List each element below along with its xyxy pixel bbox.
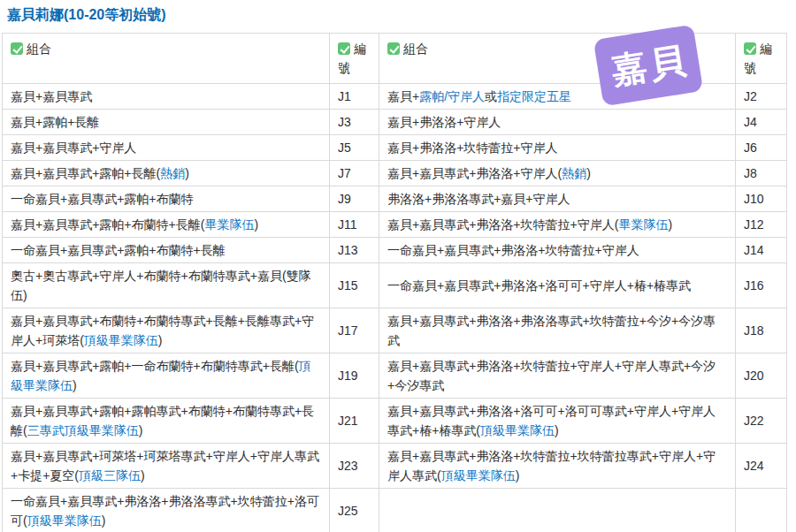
cell-text: 一命嘉貝+嘉貝專武+露帕+布蘭特+長離 [11, 243, 226, 257]
cell-text: 嘉貝+ [387, 89, 419, 103]
code-cell: J21 [330, 399, 379, 444]
combo-cell: 嘉貝+嘉貝專武+露帕+露帕專武+布蘭特+布蘭特專武+長離(三專武頂級畢業隊伍) [3, 399, 330, 444]
link-text[interactable]: 頂級畢業隊伍 [480, 423, 555, 437]
combo-cell: 嘉貝+嘉貝專武+弗洛洛+坎特蕾拉+坎特蕾拉專武+守岸人+守岸人專武(頂級畢業隊伍… [379, 444, 736, 489]
link-text[interactable]: 畢業隊伍 [204, 217, 254, 232]
table-row: 一命嘉貝+嘉貝專武+露帕+布蘭特J9弗洛洛+弗洛洛專武+嘉貝+守岸人J10 [3, 186, 787, 212]
code-cell: J5 [330, 135, 379, 161]
combo-cell: 嘉貝+嘉貝專武+弗洛洛+坎特蕾拉+守岸人+守岸人專武+今汐+今汐專武 [379, 353, 736, 399]
cell-text: ) [555, 423, 559, 437]
code-cell: J25 [330, 489, 379, 532]
combo-cell: 嘉貝+嘉貝專武+弗洛洛+坎特蕾拉+守岸人(畢業隊伍) [379, 212, 736, 238]
table-row: 嘉貝+露帕+長離J3嘉貝+弗洛洛+守岸人J4 [3, 110, 787, 135]
cell-text: 嘉貝+嘉貝專武+弗洛洛+坎特蕾拉+守岸人( [387, 217, 618, 232]
table-body: 嘉貝+嘉貝專武J1嘉貝+露帕/守岸人或指定限定五星J2嘉貝+露帕+長離J3嘉貝+… [3, 84, 787, 532]
code-cell: J4 [736, 110, 787, 135]
link-text[interactable]: 露帕/守岸人 [419, 89, 485, 103]
cell-text: 嘉貝+嘉貝專武+弗洛洛+守岸人( [387, 166, 562, 180]
combo-cell: 嘉貝+露帕+長離 [3, 110, 330, 135]
table-row: 嘉貝+嘉貝專武+露帕+布蘭特+長離(畢業隊伍)J11嘉貝+嘉貝專武+弗洛洛+坎特… [3, 212, 787, 238]
cell-text: 嘉貝+弗洛洛+守岸人 [387, 115, 501, 129]
link-text[interactable]: 頂級畢業隊伍 [441, 468, 516, 483]
code-cell: J6 [736, 135, 787, 161]
code-cell: J2 [736, 84, 787, 110]
cell-text: 嘉貝+弗洛洛+坎特蕾拉+守岸人 [387, 141, 558, 155]
header-label: 組合 [27, 42, 51, 56]
checkbox-icon [744, 42, 756, 55]
checkbox-icon [387, 42, 400, 55]
cell-text: 一命嘉貝+嘉貝專武+弗洛洛+洛可可+守岸人+椿+椿專武 [387, 278, 691, 293]
table-row: 奧古+奧古專武+守岸人+布蘭特+布蘭特專武+嘉貝(雙隊伍)J15一命嘉貝+嘉貝專… [3, 263, 787, 308]
cell-text: ) [158, 333, 163, 347]
code-cell: J10 [736, 186, 787, 212]
code-cell: J13 [330, 238, 379, 263]
combo-cell: 嘉貝+嘉貝專武+弗洛洛+弗洛洛專武+坎特蕾拉+今汐+今汐專武 [379, 308, 736, 353]
combo-cell [379, 489, 736, 532]
code-cell: J19 [330, 353, 379, 399]
combo-cell: 一命嘉貝+嘉貝專武+露帕+布蘭特+長離 [3, 238, 330, 263]
cell-text: ) [139, 423, 143, 437]
combo-cell: 嘉貝+嘉貝專武+露帕+一命布蘭特+布蘭特專武+長離(頂級畢業隊伍) [3, 353, 330, 399]
cell-text: 嘉貝+嘉貝專武+珂萊塔+珂萊塔專武+守岸人+守岸人專武+卡提+夏空( [11, 449, 319, 483]
code-cell: J23 [330, 444, 379, 489]
page-title: 嘉貝莉娜(10-20等初始號) [7, 6, 796, 25]
link-text[interactable]: 三專武頂級畢業隊伍 [27, 423, 139, 437]
cell-text: 弗洛洛+弗洛洛專武+嘉貝+守岸人 [387, 192, 570, 206]
table-row: 嘉貝+嘉貝專武+露帕+長離(熱銷)J7嘉貝+嘉貝專武+弗洛洛+守岸人(熱銷)J8 [3, 161, 787, 186]
cell-text: 一命嘉貝+嘉貝專武+露帕+布蘭特 [11, 192, 194, 206]
code-cell: J7 [330, 161, 379, 186]
combo-cell: 弗洛洛+弗洛洛專武+嘉貝+守岸人 [379, 186, 736, 212]
code-cell: J16 [736, 263, 787, 308]
page: { "page": { "title": "嘉貝莉娜(10-20等初始號)" }… [0, 0, 796, 532]
combo-cell: 嘉貝+嘉貝專武+布蘭特+布蘭特專武+長離+長離專武+守岸人+珂萊塔(頂級畢業隊伍… [3, 308, 330, 353]
cell-text: 嘉貝+嘉貝專武+弗洛洛+坎特蕾拉+守岸人+守岸人專武+今汐+今汐專武 [387, 359, 716, 392]
code-cell: J9 [330, 186, 379, 212]
cell-text: 嘉貝+嘉貝專武+弗洛洛+坎特蕾拉+坎特蕾拉專武+守岸人+守岸人專武( [387, 449, 716, 483]
combo-cell: 嘉貝+嘉貝專武+露帕+布蘭特+長離(畢業隊伍) [3, 212, 330, 238]
combo-cell: 一命嘉貝+嘉貝專武+弗洛洛+弗洛洛專武+坎特蕾拉+洛可可(頂級畢業隊伍) [3, 489, 330, 532]
code-cell: J8 [736, 161, 787, 186]
cell-text: 嘉貝+露帕+長離 [11, 115, 99, 129]
cell-text: 嘉貝+嘉貝專武+布蘭特+布蘭特專武+長離+長離專武+守岸人+珂萊塔( [11, 314, 314, 347]
cell-text: ) [586, 166, 591, 180]
combo-cell: 奧古+奧古專武+守岸人+布蘭特+布蘭特專武+嘉貝(雙隊伍) [3, 263, 330, 308]
table-row: 一命嘉貝+嘉貝專武+弗洛洛+弗洛洛專武+坎特蕾拉+洛可可(頂級畢業隊伍)J25 [3, 489, 787, 532]
code-cell: J12 [736, 212, 787, 238]
cell-text: 嘉貝+嘉貝專武+露帕+長離( [11, 166, 160, 180]
link-text[interactable]: 熱銷 [562, 166, 586, 180]
combo-cell: 嘉貝+嘉貝專武+弗洛洛+守岸人(熱銷) [379, 161, 736, 186]
cell-text: 一命嘉貝+嘉貝專武+弗洛洛+坎特蕾拉+守岸人 [387, 243, 639, 257]
combo-cell: 一命嘉貝+嘉貝專武+弗洛洛+洛可可+守岸人+椿+椿專武 [379, 263, 736, 308]
table-row: 嘉貝+嘉貝專武+布蘭特+布蘭特專武+長離+長離專武+守岸人+珂萊塔(頂級畢業隊伍… [3, 308, 787, 353]
checkbox-icon [11, 42, 23, 55]
link-text[interactable]: 指定限定五星 [497, 89, 571, 103]
cell-text: 嘉貝+嘉貝專武+露帕+布蘭特+長離( [11, 217, 204, 232]
combo-cell: 嘉貝+嘉貝專武+珂萊塔+珂萊塔專武+守岸人+守岸人專武+卡提+夏空(頂級三隊伍) [3, 444, 330, 489]
code-cell [736, 489, 787, 532]
code-cell: J24 [736, 444, 787, 489]
checkbox-icon [338, 42, 350, 55]
header-code-left: 編號 [330, 34, 379, 84]
combo-cell: 一命嘉貝+嘉貝專武+露帕+布蘭特 [3, 186, 330, 212]
combo-cell: 嘉貝+嘉貝專武+露帕+長離(熱銷) [3, 161, 330, 186]
combo-cell: 嘉貝+嘉貝專武+守岸人 [3, 135, 330, 161]
header-code-right: 編號 [736, 34, 787, 84]
link-text[interactable]: 頂級畢業隊伍 [84, 333, 158, 347]
link-text[interactable]: 頂級三隊伍 [79, 468, 141, 483]
link-text[interactable]: 頂級畢業隊伍 [27, 513, 102, 528]
cell-text: 奧古+奧古專武+守岸人+布蘭特+布蘭特專武+嘉貝(雙隊伍) [11, 269, 311, 302]
link-text[interactable]: 熱銷 [160, 166, 185, 180]
link-text[interactable]: 畢業隊伍 [618, 217, 668, 232]
combo-cell: 嘉貝+弗洛洛+坎特蕾拉+守岸人 [379, 135, 736, 161]
code-cell: J14 [736, 238, 787, 263]
cell-text: ) [668, 217, 672, 232]
cell-text: ) [141, 468, 145, 483]
cell-text: ) [102, 513, 106, 528]
code-cell: J17 [330, 308, 379, 353]
code-cell: J18 [736, 308, 787, 353]
table-row: 嘉貝+嘉貝專武+露帕+一命布蘭特+布蘭特專武+長離(頂級畢業隊伍)J19嘉貝+嘉… [3, 353, 787, 399]
table-row: 嘉貝+嘉貝專武+珂萊塔+珂萊塔專武+守岸人+守岸人專武+卡提+夏空(頂級三隊伍)… [3, 444, 787, 489]
header-combo-left: 組合 [3, 34, 330, 84]
combo-cell: 一命嘉貝+嘉貝專武+弗洛洛+坎特蕾拉+守岸人 [379, 238, 736, 263]
table-row: 嘉貝+嘉貝專武+守岸人J5嘉貝+弗洛洛+坎特蕾拉+守岸人J6 [3, 135, 787, 161]
